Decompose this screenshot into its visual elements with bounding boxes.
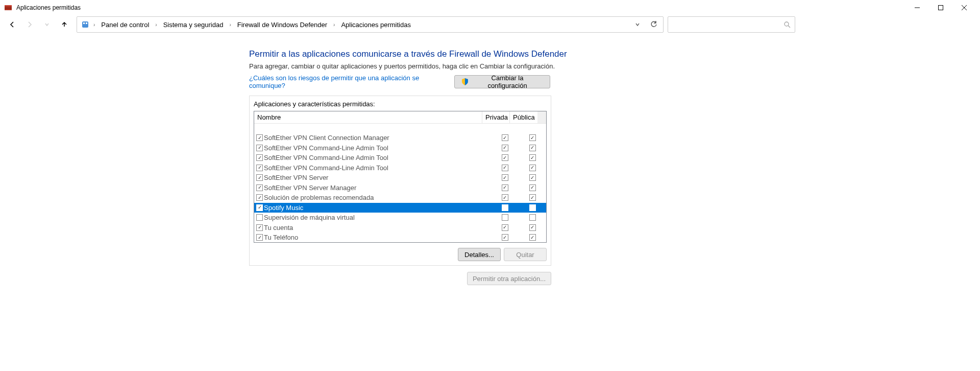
column-public[interactable]: Pública	[510, 111, 537, 123]
table-row[interactable]: SoftEther VPN Client Connection Manager	[254, 133, 546, 143]
row-private-checkbox[interactable]	[502, 214, 508, 221]
row-public-checkbox[interactable]	[529, 134, 536, 141]
row-enable-checkbox[interactable]	[256, 134, 263, 141]
search-icon	[783, 21, 791, 28]
search-box[interactable]	[668, 16, 795, 33]
shield-icon	[461, 78, 469, 86]
maximize-button[interactable]	[929, 0, 952, 15]
close-button[interactable]	[952, 0, 976, 15]
table-row[interactable]: Supervisión de máquina virtual	[254, 213, 546, 223]
svg-rect-10	[86, 22, 87, 24]
table-row[interactable]: SoftEther VPN Server	[254, 173, 546, 183]
refresh-button[interactable]	[647, 17, 661, 32]
row-public-checkbox[interactable]	[529, 214, 536, 221]
row-name-label: SoftEther VPN Command-Line Admin Tool	[264, 164, 388, 172]
history-dropdown-button[interactable]	[630, 17, 645, 32]
svg-rect-5	[939, 6, 943, 10]
row-public-checkbox[interactable]	[529, 234, 536, 241]
row-enable-checkbox[interactable]	[256, 194, 263, 201]
row-enable-checkbox[interactable]	[256, 174, 263, 181]
row-enable-checkbox[interactable]	[256, 154, 263, 161]
minimize-button[interactable]	[905, 0, 929, 15]
details-button[interactable]: Detalles...	[458, 248, 501, 261]
row-name-label: Supervisión de máquina virtual	[264, 214, 355, 221]
row-enable-checkbox[interactable]	[256, 234, 263, 241]
row-private-checkbox[interactable]	[502, 234, 508, 241]
chevron-right-icon: ›	[155, 22, 157, 28]
titlebar: Aplicaciones permitidas	[0, 0, 980, 15]
row-private-checkbox[interactable]	[502, 145, 508, 151]
change-settings-button[interactable]: Cambiar la configuración	[454, 75, 550, 88]
table-row[interactable]: Solución de problemas recomendada	[254, 193, 546, 203]
table-row[interactable]: Tu Teléfono	[254, 233, 546, 242]
group-label: Aplicaciones y características permitida…	[254, 100, 547, 108]
row-public-checkbox[interactable]	[529, 145, 536, 151]
row-enable-checkbox[interactable]	[256, 184, 263, 191]
address-bar[interactable]: › Panel de control › Sistema y seguridad…	[77, 16, 664, 33]
firewall-icon	[4, 4, 12, 12]
table-row[interactable]: SoftEther VPN Command-Line Admin Tool	[254, 163, 546, 173]
chevron-right-icon: ›	[333, 22, 335, 28]
row-enable-checkbox[interactable]	[256, 145, 263, 151]
row-private-checkbox[interactable]	[502, 174, 508, 181]
row-public-checkbox[interactable]	[529, 194, 536, 201]
recent-button[interactable]	[39, 17, 55, 32]
table-row[interactable]: Spotify Music	[254, 203, 546, 213]
up-button[interactable]	[56, 17, 72, 32]
chevron-right-icon: ›	[229, 22, 231, 28]
row-private-checkbox[interactable]	[502, 154, 508, 161]
back-button[interactable]	[4, 17, 20, 32]
remove-button[interactable]: Quitar	[504, 248, 547, 261]
svg-rect-3	[5, 8, 12, 9]
window-title: Aplicaciones permitidas	[16, 4, 905, 11]
table-row[interactable]: Tu cuenta	[254, 223, 546, 233]
row-private-checkbox[interactable]	[502, 194, 508, 201]
change-settings-label: Cambiar la configuración	[471, 74, 544, 89]
chevron-right-icon: ›	[93, 22, 95, 28]
breadcrumb-item[interactable]: Sistema y seguridad	[161, 20, 226, 30]
svg-rect-8	[82, 21, 88, 28]
row-private-checkbox[interactable]	[502, 204, 508, 211]
row-enable-checkbox[interactable]	[256, 165, 263, 171]
apps-table: Nombre Privada Pública SoftEther VPN Cli…	[254, 111, 547, 243]
row-public-checkbox[interactable]	[529, 204, 536, 211]
row-name-label: Tu cuenta	[264, 224, 293, 231]
table-body[interactable]: SoftEther VPN Client Connection ManagerS…	[254, 124, 546, 242]
table-row[interactable]: SoftEther VPN Server Manager	[254, 183, 546, 193]
breadcrumb-item[interactable]: Firewall de Windows Defender	[235, 20, 329, 30]
row-public-checkbox[interactable]	[529, 174, 536, 181]
table-row[interactable]: SoftEther VPN Command-Line Admin Tool	[254, 143, 546, 153]
svg-point-11	[785, 22, 789, 26]
breadcrumb-item[interactable]: Aplicaciones permitidas	[339, 20, 413, 30]
page-heading: Permitir a las aplicaciones comunicarse …	[249, 49, 980, 59]
row-private-checkbox[interactable]	[502, 165, 508, 171]
row-name-label: SoftEther VPN Client Connection Manager	[264, 134, 389, 142]
page-subtext: Para agregar, cambiar o quitar aplicacio…	[249, 62, 980, 70]
breadcrumb-item[interactable]: Panel de control	[99, 20, 151, 30]
row-name-label: SoftEther VPN Server Manager	[264, 184, 356, 192]
navbar: › Panel de control › Sistema y seguridad…	[0, 15, 980, 34]
allowed-apps-group: Aplicaciones y características permitida…	[249, 96, 551, 266]
svg-line-12	[788, 26, 790, 28]
row-name-label: SoftEther VPN Command-Line Admin Tool	[264, 154, 388, 161]
row-public-checkbox[interactable]	[529, 184, 536, 191]
row-public-checkbox[interactable]	[529, 154, 536, 161]
row-enable-checkbox[interactable]	[256, 224, 263, 231]
row-private-checkbox[interactable]	[502, 134, 508, 141]
allow-other-app-button[interactable]: Permitir otra aplicación...	[467, 272, 551, 285]
column-name[interactable]: Nombre	[254, 111, 482, 123]
risks-link[interactable]: ¿Cuáles son los riesgos de permitir que …	[249, 74, 454, 89]
row-enable-checkbox[interactable]	[256, 204, 263, 211]
row-private-checkbox[interactable]	[502, 184, 508, 191]
svg-rect-2	[5, 7, 12, 7]
forward-button[interactable]	[21, 17, 38, 32]
row-enable-checkbox[interactable]	[256, 214, 263, 221]
control-panel-icon	[81, 20, 89, 29]
main-content: Permitir a las aplicaciones comunicarse …	[0, 34, 980, 285]
row-public-checkbox[interactable]	[529, 165, 536, 171]
search-input[interactable]	[672, 21, 783, 29]
row-private-checkbox[interactable]	[502, 224, 508, 231]
table-row[interactable]: SoftEther VPN Command-Line Admin Tool	[254, 153, 546, 163]
row-public-checkbox[interactable]	[529, 224, 536, 231]
column-private[interactable]: Privada	[482, 111, 510, 123]
